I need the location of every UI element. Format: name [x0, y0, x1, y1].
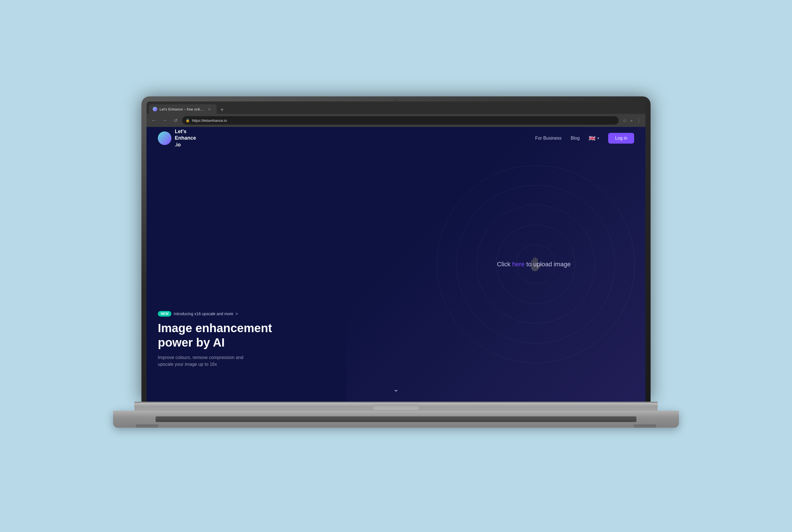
scroll-down-icon: ⌄ [393, 385, 399, 393]
navbar: Let'sEnhance.io For Business Blog 🇬🇧 ▾ L… [147, 127, 645, 150]
laptop-base-area [113, 411, 679, 428]
tab-title: Let's Enhance – free online ima [160, 107, 205, 111]
back-button[interactable]: ← [150, 116, 158, 125]
hero-section: NEW Introducing x16 upscale and more > I… [158, 311, 272, 368]
browser-toolbar: ← → ↺ 🔒 https://letsenhance.io ☆ » ⋮ [147, 114, 645, 127]
url-text: https://letsenhance.io [192, 118, 227, 123]
new-tag: NEW [158, 311, 171, 317]
arrow-icon: > [236, 311, 238, 316]
hero-subtitle: Improve colours, remove compression andu… [158, 354, 272, 368]
touchpad [373, 404, 419, 410]
bookmark-button[interactable]: ☆ [622, 117, 628, 125]
logo[interactable]: Let'sEnhance.io [158, 128, 196, 148]
blog-link[interactable]: Blog [571, 136, 579, 141]
forward-button[interactable]: → [161, 116, 169, 125]
browser-chrome: Let's Enhance – free online ima × + ← → … [147, 101, 645, 127]
laptop-hinge [134, 402, 658, 411]
laptop-screen-outer: Let's Enhance – free online ima × + ← → … [142, 96, 650, 402]
logo-icon [158, 131, 171, 145]
upload-cta: Click here to upload image [497, 261, 571, 268]
hero-title: Image enhancement power by AI [158, 321, 272, 350]
reload-button[interactable]: ↺ [171, 116, 179, 125]
extensions-button[interactable]: » [630, 118, 632, 123]
logo-text: Let'sEnhance.io [175, 128, 196, 148]
language-selector[interactable]: 🇬🇧 ▾ [589, 135, 599, 141]
laptop-mockup: Let's Enhance – free online ima × + ← → … [142, 96, 650, 436]
laptop-base [113, 411, 679, 428]
upload-here-link[interactable]: here [512, 261, 525, 268]
hero-title-line1: Image enhancement [158, 321, 272, 335]
tab-favicon-icon [153, 107, 157, 111]
upload-cta-text-before: Click [497, 261, 512, 268]
new-badge-text: Introducing x16 upscale and more [174, 311, 233, 316]
nav-links: For Business Blog 🇬🇧 ▾ Log in [535, 133, 634, 144]
chevron-down-icon: ▾ [597, 136, 599, 140]
hero-title-line2: power by AI [158, 336, 225, 349]
laptop-foot-left [136, 424, 159, 428]
tab-close-button[interactable]: × [208, 107, 210, 111]
scroll-down-indicator[interactable]: ⌄ [393, 385, 399, 393]
laptop-foot-right [633, 424, 656, 428]
browser-tabs-bar: Let's Enhance – free online ima × + [147, 101, 645, 114]
for-business-link[interactable]: For Business [535, 136, 561, 141]
website-content: Let'sEnhance.io For Business Blog 🇬🇧 ▾ L… [147, 127, 645, 402]
laptop-screen-bezel: Let's Enhance – free online ima × + ← → … [147, 101, 645, 402]
new-tab-button[interactable]: + [218, 106, 226, 114]
flag-icon: 🇬🇧 [589, 135, 596, 141]
browser-menu-button[interactable]: ⋮ [635, 117, 642, 125]
address-bar[interactable]: 🔒 https://letsenhance.io [182, 116, 619, 125]
keyboard [155, 416, 637, 422]
lock-icon: 🔒 [186, 118, 190, 122]
new-badge[interactable]: NEW Introducing x16 upscale and more > [158, 311, 238, 317]
upload-cta-text-after: to upload image [525, 261, 571, 268]
browser-tab[interactable]: Let's Enhance – free online ima × [149, 104, 217, 114]
login-button[interactable]: Log in [608, 133, 634, 144]
